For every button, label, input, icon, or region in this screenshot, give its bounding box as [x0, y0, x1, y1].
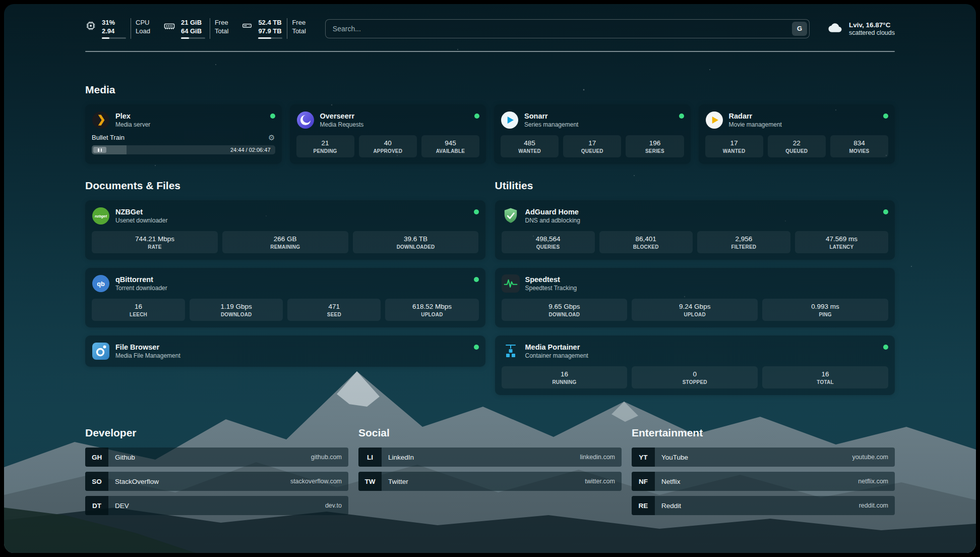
stat-label: QUEUED [565, 148, 619, 154]
stat-label: LEECH [94, 312, 183, 317]
bookmark-name: Twitter [382, 478, 408, 485]
search-provider-button[interactable]: G [792, 22, 807, 36]
card-radarr: Radarr Movie management 17WANTED 22QUEUE… [699, 104, 895, 164]
bookmark-abbr: LI [358, 448, 382, 467]
bookmark-name: DEV [108, 502, 129, 510]
bookmark-netflix[interactable]: NF Netflix netflix.com [632, 472, 895, 491]
stat-tile: 16RUNNING [502, 366, 628, 388]
bookmark-youtube[interactable]: YT YouTube youtube.com [632, 448, 895, 467]
status-dot [474, 345, 479, 350]
card-portainer: Media Portainer Container management 16R… [495, 336, 895, 395]
stat-label: TOTAL [764, 379, 886, 385]
service-link-nzbget[interactable]: nzbget NZBGet Usenet downloader [92, 207, 479, 225]
bookmark-stackoverflow[interactable]: SO StackOverflow stackoverflow.com [85, 472, 348, 491]
stat-value: 47.569 ms [797, 235, 886, 243]
status-dot [679, 114, 684, 119]
section-documents: Documents & Files nzbget NZBGet Usenet d… [85, 179, 485, 403]
bookmark-abbr: SO [85, 472, 108, 491]
gear-icon[interactable]: ⚙ [268, 134, 275, 141]
card-plex: Plex Media server Bullet Train ⚙ 24:44 /… [85, 104, 282, 164]
radarr-icon [705, 111, 723, 129]
bookmark-abbr: NF [632, 472, 655, 491]
stat-value: 834 [832, 139, 886, 147]
weather-widget: Lviv, 16.87°C scattered clouds [827, 21, 895, 36]
top-bar: 31% 2.94 CPU Load [85, 18, 895, 39]
stat-label: QUERIES [504, 244, 593, 250]
service-link-qbittorrent[interactable]: qb qBittorrent Torrent downloader [92, 274, 479, 293]
stat-tile: 618.52 MbpsUPLOAD [385, 299, 478, 321]
stat-label: UPLOAD [634, 312, 756, 317]
service-link-filebrowser[interactable]: File Browser Media File Management [92, 342, 479, 360]
stat-tile: 0STOPPED [632, 366, 758, 388]
stat-tile: 744.21 MbpsRATE [92, 231, 218, 253]
disk-free-value: 52.4 TB [258, 18, 281, 27]
playback-progress-bar[interactable]: 24:44 / 02:06:47 [92, 145, 275, 154]
card-overseerr: Overseerr Media Requests 21PENDING 40APP… [290, 104, 486, 164]
service-subtitle: DNS and adblocking [525, 217, 580, 225]
memory-total-label: Total [215, 27, 228, 35]
stat-label: FILTERED [699, 244, 788, 250]
stat-label: RATE [94, 244, 216, 250]
service-link-plex[interactable]: Plex Media server [92, 111, 275, 129]
stat-value: 618.52 Mbps [387, 303, 476, 310]
service-link-speedtest[interactable]: Speedtest Speedtest Tracking [502, 274, 889, 293]
card-sonarr: Sonarr Series management 485WANTED 17QUE… [494, 104, 691, 164]
stat-value: 9.24 Gbps [634, 303, 756, 310]
stat-label: SERIES [628, 148, 682, 154]
stat-value: 0.993 ms [764, 303, 886, 310]
service-link-adguard[interactable]: AdGuard Home DNS and adblocking [502, 207, 889, 225]
bookmark-twitter[interactable]: TW Twitter twitter.com [358, 472, 622, 491]
stat-label: DOWNLOADED [355, 244, 477, 250]
disk-free-label: Free [292, 18, 305, 27]
service-subtitle: Movie management [729, 121, 782, 129]
bookmark-github[interactable]: GH Github github.com [85, 448, 348, 467]
stat-label: DOWNLOAD [504, 312, 626, 317]
stat-label: APPROVED [361, 148, 415, 154]
stat-value: 196 [628, 139, 682, 147]
stat-label: DOWNLOAD [192, 312, 281, 317]
stat-tile: 1.19 GbpsDOWNLOAD [190, 299, 283, 321]
bookmark-linkedin[interactable]: LI LinkedIn linkedin.com [358, 448, 622, 467]
plex-icon [92, 111, 110, 129]
stat-value: 16 [764, 370, 886, 378]
bookmark-dev[interactable]: DT DEV dev.to [85, 496, 348, 515]
service-title: File Browser [115, 343, 180, 352]
stat-value: 1.19 Gbps [192, 303, 281, 310]
stat-tile: 21PENDING [296, 135, 354, 157]
cpu-widget: 31% 2.94 CPU Load [85, 18, 150, 39]
stat-value: 17 [707, 139, 761, 147]
stat-label: SEED [289, 312, 379, 317]
service-link-sonarr[interactable]: Sonarr Series management [501, 111, 684, 129]
service-subtitle: Media File Management [115, 352, 180, 360]
memory-total-value: 64 GiB [181, 27, 202, 35]
cpu-icon [85, 20, 96, 33]
radarr-stats: 17WANTED 22QUEUED 834MOVIES [705, 135, 889, 157]
qbittorrent-stats: 16LEECH 1.19 GbpsDOWNLOAD 471SEED 618.52… [92, 299, 479, 321]
stat-label: PENDING [298, 148, 352, 154]
bookmarks-developer: Developer GH Github github.com SO StackO… [85, 426, 348, 520]
speedtest-stats: 9.65 GbpsDOWNLOAD 9.24 GbpsUPLOAD 0.993 … [502, 299, 889, 321]
stat-label: REMAINING [224, 244, 346, 250]
status-dot [270, 114, 275, 119]
service-title: Plex [115, 112, 150, 121]
stat-value: 2,956 [699, 235, 788, 243]
pause-button[interactable] [93, 147, 106, 153]
bookmark-reddit[interactable]: RE Reddit reddit.com [632, 496, 895, 515]
service-link-radarr[interactable]: Radarr Movie management [705, 111, 889, 129]
media-card-grid: Plex Media server Bullet Train ⚙ 24:44 /… [85, 104, 895, 164]
adguard-icon [502, 207, 520, 225]
service-link-portainer[interactable]: Media Portainer Container management [502, 342, 889, 360]
disk-icon [241, 20, 253, 33]
speedtest-icon [502, 274, 520, 293]
status-dot [474, 114, 479, 119]
memory-free-value: 21 GiB [181, 18, 202, 27]
service-subtitle: Media server [115, 121, 150, 129]
service-subtitle: Speedtest Tracking [525, 285, 577, 292]
disk-total-value: 97.9 TB [258, 27, 281, 35]
stat-value: 17 [565, 139, 619, 147]
stat-tile: 40APPROVED [359, 135, 417, 157]
section-title-utilities: Utilities [495, 179, 895, 192]
service-link-overseerr[interactable]: Overseerr Media Requests [296, 111, 480, 129]
search-input[interactable] [325, 19, 810, 38]
stat-value: 471 [289, 303, 379, 310]
